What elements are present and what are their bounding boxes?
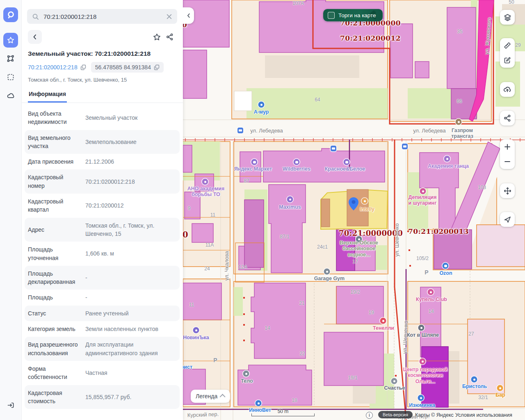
house-number: 22 xyxy=(299,351,305,356)
house-number: 87/1 xyxy=(280,234,289,240)
table-row: Площадь уточненная1,606 кв. м xyxy=(25,242,180,266)
chevron-up-icon xyxy=(220,394,226,399)
layers-button[interactable] xyxy=(500,10,515,25)
map-container[interactable]: 70:21:000000070:21:020001270:21:00000007… xyxy=(183,0,525,420)
table-row: Категория земельЗемли населенных пунктов xyxy=(25,321,180,337)
share-map-button[interactable] xyxy=(500,111,515,126)
row-value: 15,855,957.7 руб. xyxy=(85,393,176,401)
map-pin-icon xyxy=(347,196,360,211)
terms-of-use-link[interactable]: Условия использования xyxy=(455,412,512,418)
share-button[interactable] xyxy=(163,30,176,43)
search-bar[interactable] xyxy=(27,9,177,24)
house-number: 29 xyxy=(515,42,520,48)
copy-icon[interactable] xyxy=(154,64,160,70)
table-row: Вид земельного участкаЗемлепользование xyxy=(25,130,180,154)
poi-label: АНО академия борьбы ТО xyxy=(187,186,224,198)
poi-label: Wildberries xyxy=(283,166,310,172)
collapse-panel-button[interactable] xyxy=(183,7,194,24)
spa-icon xyxy=(428,289,434,295)
house-number: 19/2 xyxy=(350,289,360,295)
zoom-in-button[interactable] xyxy=(500,139,515,154)
sidebar-item-favorites[interactable] xyxy=(3,33,18,48)
coordinates-chip[interactable]: 56.478585 84.991384 xyxy=(91,62,164,73)
ruler-button[interactable] xyxy=(500,38,515,53)
tab-information[interactable]: Информация xyxy=(28,89,67,103)
cadastral-number-link[interactable]: 70:21:0200012:218 xyxy=(28,64,86,71)
chevron-left-icon xyxy=(32,34,38,40)
row-value: Землепользование xyxy=(85,138,176,146)
poi-label: Бристоль xyxy=(462,383,487,389)
house-number: 87 xyxy=(244,178,249,184)
row-value: - xyxy=(85,274,176,282)
house-number: 19/1 xyxy=(348,375,357,381)
map-copyright[interactable]: Карты © Яндекс xyxy=(415,412,454,418)
table-row: АдресТомская обл., г. Томск, ул. Шевченк… xyxy=(25,218,180,242)
polygon-icon xyxy=(7,55,15,63)
poi-label: Maximus xyxy=(279,204,301,210)
poi-label: Intelly xyxy=(360,206,374,212)
table-row: Площадь- xyxy=(25,290,180,305)
poi-label: А-мур xyxy=(254,109,269,115)
star-icon xyxy=(7,36,15,44)
house-number: 64 xyxy=(315,97,320,103)
sport-club-icon xyxy=(202,179,208,185)
row-value: Земельный участок xyxy=(85,114,176,122)
beauty-icon xyxy=(420,358,426,365)
info-icon[interactable]: i xyxy=(366,412,373,419)
row-value: Частная xyxy=(85,369,176,377)
sidebar-item-select-area[interactable] xyxy=(3,70,18,84)
auctions-on-map-toggle[interactable]: Торги на карте xyxy=(323,9,383,21)
cadastral-label: 70:21:0200013 xyxy=(408,227,469,235)
auctions-label: Торги на карте xyxy=(338,12,376,18)
house-number: 35 xyxy=(457,29,462,34)
shop-bag-icon xyxy=(344,159,350,165)
parcel-address: Томская обл., г. Томск, ул. Шевченко, 15 xyxy=(28,77,176,83)
house-number: 27 xyxy=(468,331,474,337)
gym-icon xyxy=(243,371,249,377)
poi-label: ИнноВет xyxy=(249,407,271,413)
upload-button[interactable] xyxy=(500,82,515,97)
bus-stop-icon xyxy=(331,146,336,151)
scissors-icon xyxy=(193,327,199,333)
row-label: Вид земельного участка xyxy=(28,134,80,151)
table-row: Вид разрешенного использованияДля эксплу… xyxy=(25,337,180,361)
app-logo[interactable] xyxy=(3,7,18,22)
row-label: Статус xyxy=(28,309,80,317)
locate-button[interactable] xyxy=(500,212,515,227)
clear-search-icon[interactable] xyxy=(166,14,172,20)
legend-button[interactable]: Легенда xyxy=(191,390,230,403)
plus-icon xyxy=(503,143,511,151)
search-input[interactable] xyxy=(43,13,162,21)
location-arrow-icon xyxy=(503,215,511,224)
row-value: Ранее учтенный xyxy=(85,309,176,317)
sidebar-item-cloud[interactable] xyxy=(3,88,18,103)
house-number: 32/1 xyxy=(478,395,488,400)
share-icon xyxy=(166,33,174,41)
star-outline-icon xyxy=(153,33,161,41)
auctions-checkbox[interactable] xyxy=(328,12,335,19)
beta-badge: Beta-версия xyxy=(378,411,413,418)
house-number: 105/2 xyxy=(416,256,429,261)
house-number: 107А xyxy=(292,0,304,6)
row-label: Вид разрешенного использования xyxy=(28,340,80,357)
edit-icon xyxy=(503,56,511,64)
logo-icon xyxy=(6,10,15,19)
poi-label: Купель Club xyxy=(416,297,447,302)
store-icon xyxy=(471,377,477,383)
house-number: P xyxy=(213,357,217,363)
copy-icon[interactable] xyxy=(80,64,86,70)
paw-icon xyxy=(258,102,265,108)
zoom-out-button[interactable] xyxy=(500,154,515,169)
sign-in-button[interactable] xyxy=(3,398,18,413)
street-label: ул. Шевченко xyxy=(394,224,400,257)
back-button[interactable] xyxy=(28,30,42,44)
cadastral-label: 0 xyxy=(183,230,188,240)
favorite-button[interactable] xyxy=(150,30,163,43)
monument-icon xyxy=(391,378,397,384)
panel-toolbar xyxy=(28,30,176,44)
sidebar-item-polygon-tool[interactable] xyxy=(3,51,18,66)
poi-label: НовинЪка xyxy=(183,335,209,340)
row-label: Форма собственности xyxy=(28,365,80,381)
pan-button[interactable] xyxy=(500,183,515,198)
draw-button[interactable] xyxy=(500,53,515,68)
